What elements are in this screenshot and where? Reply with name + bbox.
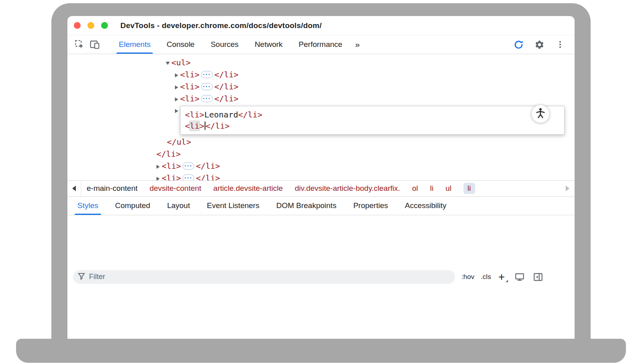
dom-tree-row[interactable]: <li>···</li> bbox=[67, 81, 575, 93]
styles-sidebar-tabs: StylesComputedLayoutEvent ListenersDOM B… bbox=[67, 197, 575, 215]
code-token: </li> bbox=[205, 121, 230, 131]
breadcrumb-item[interactable]: div.devsite-article-body.clearfix. bbox=[295, 184, 400, 193]
sidebar-tab-styles[interactable]: Styles bbox=[69, 197, 107, 215]
chevron-left-icon bbox=[72, 186, 76, 191]
dom-tree-row[interactable]: <li>···</li> bbox=[67, 93, 575, 105]
breadcrumb-item[interactable]: li bbox=[463, 183, 475, 194]
code-token: </ul> bbox=[167, 137, 191, 147]
sidebar-tab-event-listeners[interactable]: Event Listeners bbox=[198, 197, 268, 215]
close-button[interactable] bbox=[74, 22, 81, 29]
funnel-icon bbox=[78, 273, 85, 281]
minimize-button[interactable] bbox=[87, 22, 94, 29]
code-token: </li> bbox=[156, 149, 181, 159]
inspect-icon[interactable] bbox=[73, 35, 86, 54]
expand-arrow-icon[interactable] bbox=[175, 85, 178, 89]
code-token: </li> bbox=[238, 110, 262, 119]
code-token: <li> bbox=[180, 70, 199, 79]
tab-sources[interactable]: Sources bbox=[203, 35, 247, 54]
tab-elements[interactable]: Elements bbox=[111, 35, 158, 54]
dom-tree-edit-row[interactable]: <li>Leonard</li><li></li> bbox=[67, 105, 575, 136]
breadcrumb: e-main-contentdevsite-contentarticle.dev… bbox=[87, 183, 560, 194]
code-token: </li> bbox=[214, 82, 238, 91]
sidebar-tab-layout[interactable]: Layout bbox=[158, 197, 198, 215]
dom-tree-row[interactable]: <ul> bbox=[67, 57, 575, 69]
toolbar-tabs: ElementsConsoleSourcesNetworkPerformance bbox=[111, 35, 350, 54]
more-tabs-button[interactable]: » bbox=[350, 35, 365, 54]
code-token: </li> bbox=[196, 161, 220, 171]
breadcrumb-item[interactable]: devsite-content bbox=[150, 184, 201, 193]
code-token: </li> bbox=[214, 70, 238, 79]
dom-tree-row[interactable]: <li>···</li> bbox=[67, 160, 575, 172]
code-token: <li> bbox=[185, 110, 204, 119]
new-style-rule-button[interactable]: + bbox=[498, 271, 507, 283]
code-token: > bbox=[199, 121, 204, 131]
tab-network[interactable]: Network bbox=[247, 35, 291, 54]
devtools-window: DevTools - developer.chrome.com/docs/dev… bbox=[67, 16, 575, 339]
expand-inline-button[interactable]: ··· bbox=[183, 174, 194, 180]
code-token: </li> bbox=[214, 94, 238, 103]
accessibility-icon bbox=[534, 107, 547, 121]
element-classes-button[interactable]: .cls bbox=[481, 273, 491, 281]
code-token: <li> bbox=[162, 161, 181, 171]
filter-field[interactable] bbox=[73, 270, 455, 284]
expand-inline-button[interactable]: ··· bbox=[201, 83, 213, 90]
toggle-sidebar-icon[interactable] bbox=[532, 271, 544, 283]
kebab-menu-icon[interactable] bbox=[554, 40, 567, 49]
sidebar-tab-properties[interactable]: Properties bbox=[345, 197, 396, 215]
edit-line[interactable]: <li>Leonard</li> bbox=[185, 109, 560, 120]
code-token: <li> bbox=[162, 173, 181, 180]
expand-inline-button[interactable]: ··· bbox=[201, 71, 213, 78]
code-token: </li> bbox=[196, 173, 220, 180]
code-token: Leonard bbox=[204, 110, 238, 119]
toolbar-spacer bbox=[365, 35, 512, 54]
expand-arrow-icon[interactable] bbox=[156, 165, 160, 169]
title-bar: DevTools - developer.chrome.com/docs/dev… bbox=[67, 16, 575, 35]
chevron-right-icon bbox=[566, 186, 569, 191]
settings-gear-icon[interactable] bbox=[533, 40, 546, 50]
expand-arrow-icon[interactable] bbox=[175, 97, 178, 101]
breadcrumb-item[interactable]: ul bbox=[445, 184, 451, 193]
window-title: DevTools - developer.chrome.com/docs/dev… bbox=[120, 21, 322, 30]
expand-inline-button[interactable]: ··· bbox=[183, 162, 194, 170]
expand-arrow-icon[interactable] bbox=[175, 73, 178, 77]
breadcrumb-item[interactable]: ol bbox=[412, 184, 418, 193]
dom-tree-row[interactable]: <li>···</li> bbox=[67, 172, 575, 180]
accessibility-overlay-button[interactable] bbox=[531, 105, 550, 123]
zoom-button[interactable] bbox=[101, 22, 108, 29]
tab-performance[interactable]: Performance bbox=[291, 35, 350, 54]
device-toolbar-icon[interactable] bbox=[88, 35, 101, 54]
edit-line[interactable]: <li></li> bbox=[185, 120, 560, 131]
tab-console[interactable]: Console bbox=[158, 35, 203, 54]
devtools-toolbar: ElementsConsoleSourcesNetworkPerformance… bbox=[67, 35, 575, 54]
styles-toolbar: :hov .cls + bbox=[67, 215, 575, 339]
dom-tree-row[interactable]: <li>···</li> bbox=[67, 69, 575, 81]
sidebar-tab-accessibility[interactable]: Accessibility bbox=[396, 197, 455, 215]
styles-filter-input[interactable] bbox=[89, 273, 450, 281]
dom-tree-row[interactable]: </ul> bbox=[67, 136, 575, 148]
breadcrumb-bar: e-main-contentdevsite-contentarticle.dev… bbox=[67, 180, 575, 197]
code-token: < bbox=[185, 121, 190, 131]
sidebar-tab-computed[interactable]: Computed bbox=[107, 197, 159, 215]
sync-icon[interactable] bbox=[512, 39, 525, 50]
code-token: <li> bbox=[180, 82, 199, 91]
sidebar-tab-dom-breakpoints[interactable]: DOM Breakpoints bbox=[268, 197, 345, 215]
collapse-arrow-icon[interactable] bbox=[166, 62, 170, 65]
breadcrumb-scroll-right-button[interactable] bbox=[560, 186, 575, 191]
breadcrumb-scroll-left-button[interactable] bbox=[67, 181, 81, 196]
code-token: <ul> bbox=[171, 58, 191, 67]
breadcrumb-item[interactable]: li bbox=[430, 184, 433, 193]
expand-arrow-icon[interactable] bbox=[175, 109, 178, 113]
expand-inline-button[interactable]: ··· bbox=[201, 95, 213, 102]
dom-tree-panel: <ul><li>···</li><li>···</li><li>···</li>… bbox=[67, 54, 575, 180]
device-frame-base bbox=[16, 339, 626, 363]
rendering-emulations-icon[interactable] bbox=[514, 271, 526, 283]
toolbar-right-icons bbox=[512, 35, 575, 54]
breadcrumb-item[interactable]: e-main-content bbox=[87, 184, 138, 193]
html-edit-overlay[interactable]: <li>Leonard</li><li></li> bbox=[180, 106, 565, 135]
code-token: li bbox=[190, 121, 199, 131]
expand-arrow-icon[interactable] bbox=[156, 177, 160, 180]
dom-tree-row[interactable]: </li> bbox=[67, 148, 575, 160]
breadcrumb-item[interactable]: article.devsite-article bbox=[213, 184, 283, 193]
toggle-element-state-button[interactable]: :hov bbox=[461, 273, 474, 281]
code-token: <li> bbox=[180, 94, 199, 103]
